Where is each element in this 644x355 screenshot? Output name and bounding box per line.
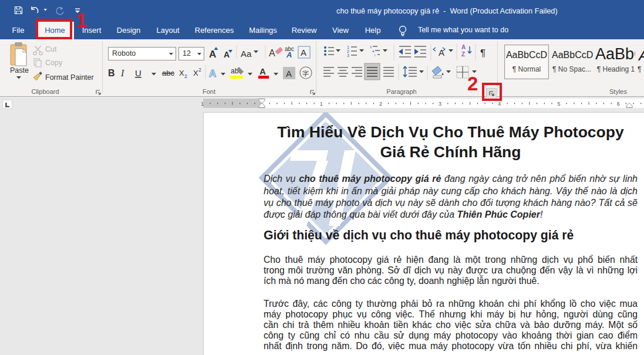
svg-text:a: a xyxy=(372,49,375,53)
svg-text:2: 2 xyxy=(198,67,201,73)
svg-text:abc: abc xyxy=(162,69,174,77)
svg-text:4: 4 xyxy=(498,101,501,107)
svg-text:2: 2 xyxy=(347,49,349,53)
svg-text:B: B xyxy=(108,68,115,78)
svg-text:3: 3 xyxy=(347,53,349,58)
svg-text:U: U xyxy=(135,68,141,78)
svg-text:X: X xyxy=(193,69,198,77)
svg-text:A: A xyxy=(301,48,306,58)
svg-text:i: i xyxy=(375,53,375,57)
svg-text:A: A xyxy=(286,50,292,59)
svg-text:字: 字 xyxy=(302,70,309,77)
svg-text:A: A xyxy=(259,66,266,76)
svg-text:A: A xyxy=(209,49,216,60)
svg-text:1: 1 xyxy=(370,45,372,49)
svg-text:2: 2 xyxy=(184,73,187,79)
svg-text:Z: Z xyxy=(461,51,465,58)
svg-text:3: 3 xyxy=(439,101,441,107)
svg-text:1: 1 xyxy=(201,101,204,107)
svg-text:X: X xyxy=(179,69,184,77)
svg-text:1: 1 xyxy=(320,101,323,107)
svg-text:A: A xyxy=(286,69,292,79)
svg-text:A: A xyxy=(224,50,230,59)
svg-text:1: 1 xyxy=(347,45,349,49)
svg-text:A: A xyxy=(461,44,466,50)
svg-text:Aa: Aa xyxy=(241,49,252,59)
svg-text:2: 2 xyxy=(379,101,382,107)
svg-text:A: A xyxy=(439,48,444,58)
svg-text:A: A xyxy=(269,48,275,58)
svg-text:A: A xyxy=(209,68,216,79)
svg-text:¶: ¶ xyxy=(480,48,485,59)
svg-text:I: I xyxy=(120,68,124,78)
svg-text:5: 5 xyxy=(558,101,561,107)
svg-text:6: 6 xyxy=(617,101,620,107)
